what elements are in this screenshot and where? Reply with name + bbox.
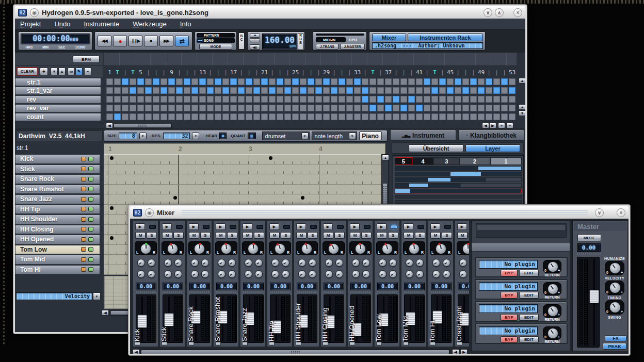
master-velocity-knob[interactable] bbox=[609, 282, 621, 293]
fx-bypass-button[interactable]: BYP bbox=[501, 292, 518, 299]
timeline-beat-52[interactable]: | bbox=[501, 69, 508, 76]
instrument-row-snare-jazz[interactable]: Snare Jazz bbox=[15, 194, 100, 204]
hear-toggle[interactable]: ● bbox=[219, 133, 227, 139]
timeline-beat-19[interactable]: | bbox=[245, 69, 253, 76]
timeline-beat-7[interactable]: | bbox=[152, 69, 160, 76]
strip-fx-send-knob-4[interactable] bbox=[282, 270, 289, 278]
drumset-dropdown-button[interactable]: ▼ bbox=[301, 133, 309, 139]
timeline-beat-4[interactable]: T bbox=[129, 69, 137, 76]
timeline-beat-14[interactable]: | bbox=[206, 69, 214, 76]
strip-fx-send-knob-4[interactable] bbox=[416, 270, 424, 278]
strip-mute-button[interactable]: M bbox=[216, 232, 226, 239]
note-property-dropdown[interactable]: ▼ bbox=[93, 292, 101, 300]
strip-play-button[interactable]: ▶ bbox=[457, 223, 467, 230]
song-timeline-ruler[interactable]: 1T|T5|||9|||13|||17|||21|||25|||29|||33|… bbox=[106, 67, 519, 76]
note[interactable] bbox=[269, 156, 272, 160]
strip-pan-knob[interactable]: LR bbox=[323, 241, 345, 255]
instrument-solo-button[interactable] bbox=[88, 217, 93, 222]
note[interactable] bbox=[110, 206, 114, 210]
strip-fx-send-knob-4[interactable] bbox=[174, 270, 182, 278]
strip-play-button[interactable]: ▶ bbox=[350, 223, 360, 230]
strip-fx-send-knob-4[interactable] bbox=[335, 270, 343, 278]
strip-fx-send-knob-2[interactable] bbox=[255, 259, 263, 267]
mode-button[interactable]: MODE bbox=[199, 44, 232, 50]
res-dropdown-button[interactable]: ▼ bbox=[192, 133, 199, 139]
instrument-row-stick[interactable]: Stick bbox=[15, 164, 100, 174]
strip-fx-send-knob-2[interactable] bbox=[174, 259, 182, 267]
timeline-beat-37[interactable]: 37 bbox=[384, 69, 392, 76]
layer-header-2[interactable]: 2 bbox=[459, 157, 490, 165]
strip-solo-button[interactable]: S bbox=[173, 232, 184, 239]
timeline-beat-22[interactable]: | bbox=[268, 69, 276, 76]
layer-bar-4[interactable] bbox=[395, 183, 522, 188]
timeline-beat-5[interactable]: 5 bbox=[137, 69, 144, 76]
piano-button[interactable]: Piano bbox=[359, 131, 382, 140]
menu-projekt[interactable]: Projekt bbox=[20, 20, 41, 28]
size-dropdown-button[interactable]: ▼ bbox=[139, 133, 147, 139]
instrument-solo-button[interactable] bbox=[88, 257, 93, 262]
timeline-beat-47[interactable]: | bbox=[462, 69, 470, 76]
pattern-ruler[interactable]: 1234 bbox=[104, 143, 385, 154]
timeline-beat-53[interactable]: 53 bbox=[508, 69, 516, 76]
timeline-beat-49[interactable]: 49 bbox=[477, 69, 485, 76]
strip-fx-send-knob-4[interactable] bbox=[148, 270, 155, 278]
jack-master-button[interactable]: J.MASTER bbox=[340, 44, 365, 50]
tab-klangbibliothek[interactable]: ≡Klangbibliothek bbox=[458, 130, 524, 141]
strip-mute-button[interactable]: M bbox=[269, 232, 280, 239]
timeline-beat-1[interactable]: 1 bbox=[106, 69, 114, 76]
strip-pan-knob[interactable]: LR bbox=[188, 241, 211, 255]
instrument-solo-button[interactable] bbox=[88, 187, 93, 191]
fx-bypass-button[interactable]: BYP bbox=[501, 314, 518, 321]
note[interactable] bbox=[110, 156, 114, 160]
timeline-beat-23[interactable]: | bbox=[276, 69, 284, 76]
strip-solo-button[interactable]: S bbox=[281, 232, 291, 239]
pattern-grid-row[interactable] bbox=[104, 185, 385, 195]
move-up-button[interactable]: ▲ bbox=[58, 68, 66, 75]
timeline-beat-39[interactable]: | bbox=[400, 69, 408, 76]
song-vscroll-up-button[interactable]: ▲ bbox=[519, 78, 525, 84]
instrument-mute-button[interactable] bbox=[81, 177, 86, 182]
strip-pan-knob[interactable]: LR bbox=[296, 241, 318, 255]
fx-plugin-name[interactable]: No plugin bbox=[479, 304, 538, 313]
master-humanize-knob[interactable] bbox=[609, 262, 621, 274]
timeline-beat-34[interactable]: | bbox=[361, 69, 369, 76]
instrument-row-tom-hi[interactable]: Tom Hi bbox=[15, 265, 100, 275]
instrument-rack-toggle-button[interactable]: Instrumenten Rack bbox=[408, 34, 483, 41]
timeline-beat-21[interactable]: 21 bbox=[261, 69, 268, 76]
timeline-beat-2[interactable]: T bbox=[114, 69, 121, 76]
menu-instrumente[interactable]: Instrumente bbox=[84, 20, 120, 28]
instrument-row-hh-tip[interactable]: HH Tip bbox=[15, 205, 100, 215]
bpm-plus-button[interactable]: + bbox=[250, 34, 260, 38]
strip-mute-button[interactable]: M bbox=[135, 232, 146, 239]
instrument-solo-button[interactable] bbox=[88, 197, 93, 202]
strip-play-button[interactable]: ▶ bbox=[430, 223, 440, 230]
instrument-mute-button[interactable] bbox=[81, 237, 86, 242]
song-track-count[interactable]: count bbox=[15, 113, 101, 121]
layer-button[interactable]: Layer bbox=[465, 144, 520, 152]
instrument-row-hh-shoulder[interactable]: HH Shoulder bbox=[15, 215, 100, 224]
note-length-dropdown-button[interactable]: ▼ bbox=[349, 133, 356, 139]
pattern-mode-row[interactable]: PATTERN bbox=[197, 33, 235, 38]
mixer-hscroll-right[interactable]: ▶ bbox=[460, 349, 468, 354]
timeline-beat-31[interactable]: | bbox=[338, 69, 346, 76]
layer-header-4[interactable]: 4 bbox=[412, 157, 434, 165]
menu-undo[interactable]: Undo bbox=[54, 20, 70, 28]
instrument-solo-button[interactable] bbox=[88, 227, 93, 232]
bpm-ruler[interactable] bbox=[104, 53, 517, 66]
timeline-beat-46[interactable]: | bbox=[454, 69, 462, 76]
strip-mute-button[interactable]: M bbox=[404, 232, 414, 239]
timeline-beat-30[interactable]: | bbox=[330, 69, 338, 76]
menu-werkzeuge[interactable]: Werkzeuge bbox=[133, 20, 167, 28]
instrument-mute-button[interactable] bbox=[81, 167, 86, 171]
strip-fx-send-knob-4[interactable] bbox=[228, 270, 236, 278]
add-pattern-button[interactable]: + bbox=[40, 68, 48, 75]
timeline-beat-28[interactable]: | bbox=[315, 69, 323, 76]
instrument-solo-button[interactable] bbox=[88, 237, 93, 242]
master-fx-button[interactable]: FX bbox=[605, 335, 626, 341]
instrument-row-hh-closing[interactable]: HH Closing bbox=[15, 225, 100, 235]
strip-solo-button[interactable]: S bbox=[227, 232, 237, 239]
timeline-beat-3[interactable]: | bbox=[121, 69, 129, 76]
strip-mute-button[interactable]: M bbox=[350, 232, 360, 239]
mixer-titlebar[interactable]: H2 ◉ Mixer ∨ × bbox=[130, 206, 629, 219]
strip-solo-button[interactable]: S bbox=[334, 232, 345, 239]
